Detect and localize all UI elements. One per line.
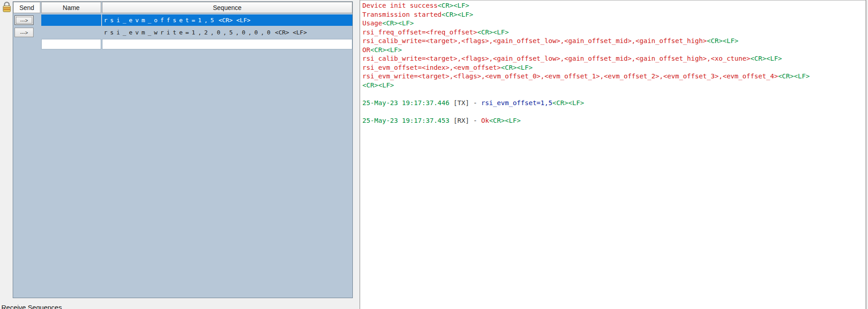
ctrl-segment: <CR><LF> bbox=[751, 55, 782, 62]
column-header-sequence: Sequence bbox=[102, 2, 352, 13]
log-line: rsi_evm_write=<target>,<flags>,<evm_offs… bbox=[362, 72, 866, 81]
log-line: rsi_calib_write=<target>,<flags>,<gain_o… bbox=[362, 54, 866, 63]
ctrl-segment: <CR><LF> bbox=[477, 29, 509, 36]
log-line: Device init success<CR><LF> bbox=[362, 1, 866, 10]
label-segment: [RX] - bbox=[449, 117, 481, 124]
log-line: <CR><LF> bbox=[362, 81, 866, 90]
rx-segment: Usage bbox=[362, 19, 382, 27]
rx-segment: rsi_evm_write=<target>,<flags>,<evm_offs… bbox=[362, 72, 778, 80]
log-line: 25-May-23 19:17:37.446 [TX] - rsi_evm_of… bbox=[362, 99, 866, 108]
rx-segment: Device init success bbox=[362, 2, 438, 9]
ctrl-segment: <CR><LF> bbox=[370, 46, 402, 53]
send-button-row-1[interactable]: ---> bbox=[15, 15, 34, 25]
ctrl-segment: <CR><LF> bbox=[382, 19, 414, 27]
log-line: OR<CR><LF> bbox=[362, 46, 866, 55]
ctrl-segment: <CR><LF> bbox=[552, 99, 584, 106]
ctrl-segment: <CR><LF> bbox=[362, 82, 394, 89]
ctrl-segment: <CR><LF> bbox=[442, 11, 473, 18]
label-segment: [TX] - bbox=[449, 99, 481, 106]
log-lines: Device init success<CR><LF>Transmission … bbox=[362, 1, 866, 125]
ts-segment: 25-May-23 19:17:37.453 bbox=[362, 117, 449, 124]
name-cell-row-1[interactable] bbox=[41, 14, 101, 26]
send-sequences-table: Send Name Sequence ---> rsi_evm_offset=1… bbox=[13, 1, 353, 298]
sequence-cell-new-row[interactable] bbox=[102, 39, 352, 49]
ctrl-segment: <CR><LF> bbox=[489, 117, 521, 124]
rx-segment: rsi_calib_write=<target>,<flags>,<gain_o… bbox=[362, 55, 751, 62]
rx-segment: rsi_evm_offset=<index>,<evm_offset> bbox=[362, 64, 501, 71]
rx-segment: Transmission started bbox=[362, 11, 442, 18]
column-header-name-label: Name bbox=[63, 4, 79, 11]
log-line: 25-May-23 19:17:37.453 [RX] - Ok<CR><LF> bbox=[362, 116, 866, 126]
log-line bbox=[362, 90, 866, 99]
ctrl-segment: <CR><LF> bbox=[438, 2, 469, 9]
sequence-control-tokens-row-1: <CR> <LF> bbox=[219, 17, 250, 24]
log-line: rsi_evm_offset=<index>,<evm_offset><CR><… bbox=[362, 63, 866, 72]
log-line bbox=[362, 107, 866, 116]
communication-log[interactable]: Device init success<CR><LF>Transmission … bbox=[360, 0, 866, 309]
ctrl-segment: <CR><LF> bbox=[778, 72, 810, 80]
name-cell-row-2[interactable] bbox=[41, 27, 101, 38]
name-cell-new-row[interactable] bbox=[41, 39, 101, 49]
column-header-sequence-label: Sequence bbox=[213, 4, 241, 11]
column-header-send: Send bbox=[13, 2, 40, 13]
rx-segment: OR bbox=[362, 46, 370, 53]
receive-sequences-label: Receive Sequences bbox=[1, 304, 62, 309]
ts-segment: 25-May-23 19:17:37.446 bbox=[362, 99, 449, 106]
rx-segment: Ok bbox=[481, 117, 489, 124]
log-line: rsi_freq_offset=<freq_offset><CR><LF> bbox=[362, 28, 866, 37]
sequence-cell-row-1[interactable]: rsi_evm_offset=1,5 <CR> <LF> bbox=[102, 14, 352, 26]
log-line: Usage<CR><LF> bbox=[362, 19, 866, 28]
ctrl-segment: <CR><LF> bbox=[707, 37, 739, 44]
lock-icon bbox=[2, 1, 11, 13]
sequence-text-row-1: rsi_evm_offset=1,5 bbox=[104, 17, 217, 24]
rx-segment: rsi_freq_offset=<freq_offset> bbox=[362, 29, 477, 36]
sequence-text-row-2: rsi_evm_write=1,2,0,5,0,0,0 bbox=[104, 29, 273, 36]
log-line: rsi_calib_write=<target>,<flags>,<gain_o… bbox=[362, 37, 866, 46]
ctrl-segment: <CR><LF> bbox=[501, 64, 533, 71]
tx-segment: rsi_evm_offset=1,5 bbox=[481, 99, 552, 106]
sequence-control-tokens-row-2: <CR> <LF> bbox=[275, 29, 307, 36]
column-header-send-label: Send bbox=[20, 4, 34, 11]
send-button-row-2[interactable]: ---> bbox=[15, 28, 34, 37]
rx-segment: rsi_calib_write=<target>,<flags>,<gain_o… bbox=[362, 37, 707, 44]
sequence-cell-row-2[interactable]: rsi_evm_write=1,2,0,5,0,0,0 <CR> <LF> bbox=[102, 27, 352, 38]
column-header-name: Name bbox=[41, 2, 101, 13]
log-line: Transmission started<CR><LF> bbox=[362, 10, 866, 19]
